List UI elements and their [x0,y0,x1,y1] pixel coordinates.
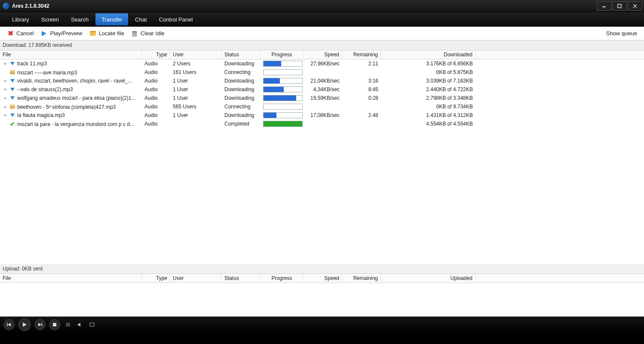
svg-marker-10 [8,323,11,326]
col-file[interactable]: File [0,274,142,283]
col-file[interactable]: File [0,50,142,59]
download-row[interactable]: ✔mozart la para - la verguenza mundord c… [0,120,644,128]
player-fullscreen-button[interactable] [88,320,96,329]
download-row[interactable]: +vivaldi, mozart, beethoven, chopin, rav… [0,77,644,85]
col-type[interactable]: Type [142,274,170,283]
col-type[interactable]: Type [142,50,170,59]
player-next-button[interactable] [34,319,46,330]
cell-progress [261,68,304,77]
cell-user: 1 User [170,77,222,85]
upload-summary: Upload: 0KB sent [0,264,644,274]
cell-remaining: 3:16 [342,77,381,85]
cell-user: 1 User [170,94,222,102]
download-row[interactable]: +track 11.mp3Audio2 UsersDownloading27,9… [0,59,644,68]
col-speed[interactable]: Speed [304,50,342,59]
cell-speed: 4,34KB/sec [304,85,342,94]
col-speed[interactable]: Speed [304,274,342,283]
col-remaining[interactable]: Remaining [342,274,381,283]
col-status[interactable]: Status [222,274,261,283]
play-preview-button[interactable]: Play/Preview [37,29,86,38]
expand-toggle[interactable]: + [3,95,8,101]
player-playlist-button[interactable] [64,320,72,329]
col-user[interactable]: User [170,50,222,59]
player-stop-button[interactable] [49,319,60,330]
col-uploaded[interactable]: Uploaded [381,274,475,283]
main-nav: LibraryScreenSearchTransferChatControl P… [0,12,644,27]
expand-toggle[interactable]: + [3,104,8,110]
file-name: beethoven - 5ª sinfonia (completa)427.mp… [17,104,116,110]
player-volume-button[interactable] [76,320,84,329]
expand-toggle[interactable]: + [3,61,8,66]
cell-user: 1 User [170,111,222,120]
col-downloaded[interactable]: Downloaded [381,50,475,59]
download-arrow-icon [9,77,16,84]
player-prev-button[interactable] [3,319,15,330]
cell-speed: 17,08KB/sec [304,111,342,120]
cell-remaining [342,71,381,74]
svg-marker-4 [42,31,46,36]
cell-downloaded: 0KB of 9.734KB [381,102,475,111]
connecting-icon [9,103,16,110]
clear-idle-button[interactable]: Clear Idle [128,29,168,38]
cell-type: Audio [142,111,170,120]
download-row[interactable]: +beethoven - 5ª sinfonia (completa)427.m… [0,102,644,111]
download-arrow-icon [9,112,16,119]
col-progress[interactable]: Progress [261,50,304,59]
locate-file-button[interactable]: Locate file [86,29,128,38]
expand-toggle[interactable]: + [3,78,8,83]
download-row[interactable]: +la flauta magica.mp3Audio1 UserDownload… [0,111,644,120]
col-user[interactable]: User [170,274,222,283]
trash-icon [131,30,138,37]
player-play-button[interactable] [18,318,31,331]
folder-icon [89,30,96,37]
cell-file: ✔mozart la para - la verguenza mundord c… [0,119,142,129]
file-name: la flauta magica.mp3 [17,112,65,118]
cell-remaining [342,123,381,125]
download-row[interactable]: mozart -----ave maria.mp3Audio161 UsersC… [0,68,644,77]
cell-status: Downloading [222,59,261,68]
download-row[interactable]: +--vals de strauss(2).mp3Audio1 UserDown… [0,85,644,94]
download-arrow-icon [9,95,16,101]
expand-toggle[interactable]: + [3,113,8,118]
nav-tab-screen[interactable]: Screen [35,12,65,27]
cell-speed [304,71,342,74]
maximize-button[interactable] [612,1,627,11]
cancel-label: Cancel [16,30,34,37]
nav-tab-library[interactable]: Library [6,12,35,27]
svg-rect-11 [7,323,8,326]
svg-rect-9 [132,31,137,32]
download-header-row: File Type User Status Progress Speed Rem… [0,50,644,59]
download-rows: +track 11.mp3Audio2 UsersDownloading27,9… [0,59,644,264]
col-progress[interactable]: Progress [261,274,304,283]
minimize-button[interactable] [597,1,611,11]
col-status[interactable]: Status [222,50,261,59]
cell-progress [261,77,304,85]
progress-bar [263,95,303,101]
svg-rect-15 [53,323,56,326]
cell-remaining: 0:28 [342,94,381,102]
cell-speed: 19,59KB/sec [304,94,342,102]
cell-user: 161 Users [170,68,222,77]
cell-status: Connecting [222,102,261,111]
progress-bar [263,78,303,84]
file-name: wolfgang amadeus mozart - para elisa (pi… [17,95,135,101]
cancel-button[interactable]: ✖ Cancel [3,29,37,38]
nav-tab-chat[interactable]: Chat [129,12,153,27]
cell-progress [261,94,304,102]
cell-remaining [342,105,381,108]
cell-progress [261,120,304,128]
show-queue-link[interactable]: Show queue [606,30,641,37]
nav-tab-transfer[interactable]: Transfer [95,13,128,25]
cell-speed [304,123,342,125]
expand-toggle[interactable]: + [3,87,8,92]
progress-bar [263,104,303,110]
nav-tab-control-panel[interactable]: Control Panel [153,12,199,27]
download-row[interactable]: +wolfgang amadeus mozart - para elisa (p… [0,94,644,102]
nav-tab-search[interactable]: Search [65,12,95,27]
upload-header-row: File Type User Status Progress Speed Rem… [0,274,644,283]
svg-rect-20 [90,323,94,326]
progress-bar [263,61,303,67]
cell-type: Audio [142,85,170,94]
col-remaining[interactable]: Remaining [342,50,381,59]
close-button[interactable] [628,1,642,11]
